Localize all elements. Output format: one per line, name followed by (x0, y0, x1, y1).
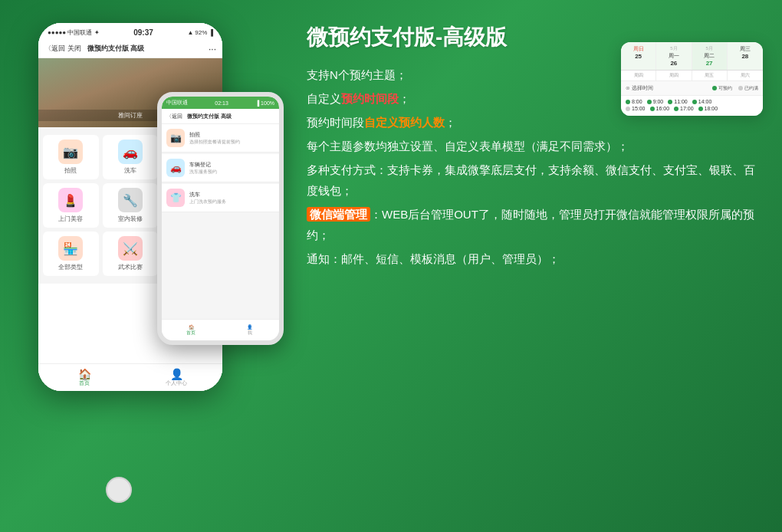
select-time-label: ⊙ 选择时间 (626, 84, 653, 92)
p2-car-icon: 🚗 (166, 159, 185, 177)
time-chip-800[interactable]: 8:00 (626, 99, 642, 104)
dot-1600 (650, 107, 655, 111)
grid-item-renovation[interactable]: 🔧 室内装修 (103, 183, 159, 228)
cal-col-sun: 周日 25 (621, 42, 656, 70)
dot-1100 (668, 100, 672, 104)
grid-item-carwash[interactable]: 🚗 洗车 (103, 135, 159, 179)
p2-home-icon: 🏠 (189, 324, 194, 330)
carrier-label: ●●●●● 中国联通 ✦ (48, 28, 100, 37)
p2-list-item-laundry[interactable]: 👕 洗车 上门洗衣预约服务 (162, 184, 279, 212)
time-chip-1700[interactable]: 17:00 (674, 106, 694, 111)
cal-col-mon: 5月 周一 26 (656, 42, 692, 70)
cal-dow-mon: 周四 (656, 71, 692, 80)
p2-tab-home[interactable]: 🏠 首页 (162, 320, 221, 340)
p2-item-sub-laundry: 上门洗衣预约服务 (189, 199, 226, 205)
p2-back-button[interactable]: 〈返回 (166, 113, 182, 120)
cal-select-row: ⊙ 选择时间 (626, 84, 653, 92)
time-row-2: 15:00 16:00 17:00 18:00 (626, 106, 758, 111)
highlight-capacity: 自定义预约人数 (364, 116, 445, 129)
phone-home-button[interactable] (106, 477, 132, 503)
cal-legend-row: 可预约 已约满 (712, 85, 758, 92)
cal-dow-sun: 周四 (621, 71, 656, 80)
grid-item-martial[interactable]: ⚔️ 武术比赛 (103, 232, 159, 276)
carwash-icon: 🚗 (118, 140, 143, 164)
page-container: ●●●●● 中国联通 ✦ 09:37 ▲ 92% ▐ 〈返回 关闭 微预约支付版… (0, 0, 782, 532)
p2-battery: ▐ 100% (255, 100, 274, 106)
time-chip-900[interactable]: 9:00 (647, 99, 664, 104)
phone-second: 中国联通 02:13 ▐ 100% 〈返回 微预约支付版 高级 📷 拍照 选择 (157, 92, 284, 345)
grid-item-photography[interactable]: 📷 拍照 (43, 135, 99, 179)
feature-line-6: 微信端管理：WEB后台管理OUT了，随时随地，管理员打开微信就能管理权限所属的预… (307, 204, 759, 245)
feature-line-5: 多种支付方式：支持卡券，集成微擎底层支付，支持余额、微信支付、支付宝、银联、百度… (307, 159, 759, 201)
legend-available: 可预约 (712, 85, 732, 92)
calendar-widget: 周日 25 5月 周一 26 5月 周二 27 周三 28 (621, 42, 763, 116)
features-list: 支持N个预约主题； 自定义预约时间段； 预约时间段自定义预约人数； 每个主题参数… (307, 64, 759, 517)
p2-item-sub-car: 洗车服务预约 (189, 169, 217, 176)
profile-icon: 👤 (170, 369, 183, 379)
time-chip-1100[interactable]: 11:00 (668, 99, 688, 104)
p2-photo-icon: 📷 (166, 129, 185, 147)
dot-1400 (692, 100, 697, 104)
cal-dow-wed: 周六 (728, 71, 763, 80)
available-dot (712, 86, 717, 90)
p2-tab-profile[interactable]: 👤 我 (221, 320, 280, 340)
content-area: 微预约支付版-高级版 支持N个预约主题； 自定义预约时间段； 预约时间段自定义预… (291, 0, 782, 532)
p2-item-title-photo: 拍照 (189, 131, 240, 139)
phone-area: ●●●●● 中国联通 ✦ 09:37 ▲ 92% ▐ 〈返回 关闭 微预约支付版… (0, 0, 291, 532)
renovation-icon: 🔧 (118, 188, 143, 212)
time-chip-1600[interactable]: 16:00 (650, 106, 670, 111)
wechat-highlight: 微信端管理 (307, 207, 370, 222)
time-chip-1800[interactable]: 18:00 (698, 106, 718, 111)
p2-tab-bar: 🏠 首页 👤 我 (162, 319, 279, 340)
all-icon: 🏪 (58, 236, 83, 261)
p2-time: 02:13 (215, 100, 228, 106)
p2-status-bar: 中国联通 02:13 ▐ 100% (162, 97, 279, 109)
dot-1800 (698, 107, 703, 111)
phone-status-bar: ●●●●● 中国联通 ✦ 09:37 ▲ 92% ▐ (38, 23, 222, 40)
time-chip-1500[interactable]: 15:00 (626, 106, 646, 111)
dot-1700 (674, 107, 678, 111)
p2-profile-icon: 👤 (247, 324, 252, 330)
p2-item-title-car: 车辆登记 (189, 161, 217, 169)
grid-item-beauty[interactable]: 💄 上门美容 (43, 183, 99, 228)
dot-800 (626, 100, 630, 104)
phone-nav-bar: 〈返回 关闭 微预约支付版 高级 ··· (38, 40, 222, 58)
back-button[interactable]: 〈返回 关闭 (44, 44, 81, 54)
time-chip-1400[interactable]: 14:00 (692, 99, 712, 104)
home-icon: 🏠 (78, 369, 91, 379)
p2-item-sub-photo: 选择拍照套餐请提前预约 (189, 139, 240, 146)
grid-item-all[interactable]: 🏪 全部类型 (43, 232, 99, 276)
p2-laundry-icon: 👕 (166, 189, 185, 207)
cal-time-slots: 8:00 9:00 11:00 14:00 (621, 96, 763, 116)
battery-label: ▲ 92% ▐ (187, 29, 213, 36)
beauty-icon: 💄 (58, 188, 83, 212)
p2-nav-title: 微预约支付版 高级 (187, 113, 232, 120)
more-options-button[interactable]: ··· (209, 44, 216, 54)
feature-line-4: 每个主题参数均独立设置、自定义表单模型（满足不同需求）； (307, 136, 759, 156)
photography-icon: 📷 (58, 140, 83, 164)
martial-icon: ⚔️ (118, 236, 143, 261)
cal-dow-tue: 周五 (692, 71, 728, 80)
dot-1500 (626, 107, 630, 111)
highlight-timeslot: 预约时间段 (341, 92, 399, 105)
tab-home[interactable]: 🏠 首页 (38, 364, 130, 391)
p2-list-item-car[interactable]: 🚗 车辆登记 洗车服务预约 (162, 154, 279, 182)
cal-col-wed: 周三 28 (728, 42, 763, 70)
feature-line-7: 通知：邮件、短信、模板消息（用户、管理员）； (307, 248, 759, 269)
legend-full: 已约满 (738, 85, 758, 92)
phone-tab-bar: 🏠 首页 👤 个人中心 (38, 363, 222, 391)
p2-list-item-photo[interactable]: 📷 拍照 选择拍照套餐请提前预约 (162, 124, 279, 153)
time-row-1: 8:00 9:00 11:00 14:00 (626, 99, 758, 104)
p2-carrier: 中国联通 (166, 99, 188, 107)
tab-profile[interactable]: 👤 个人中心 (130, 364, 222, 391)
dot-900 (647, 100, 652, 104)
nav-title: 微预约支付版 高级 (87, 44, 145, 54)
p2-item-title-laundry: 洗车 (189, 191, 226, 199)
p2-nav-bar: 〈返回 微预约支付版 高级 (162, 109, 279, 124)
time-label: 09:37 (133, 28, 153, 37)
p2-content-list: 📷 拍照 选择拍照套餐请提前预约 🚗 车辆登记 洗车服务预约 (162, 124, 279, 319)
full-dot (738, 86, 743, 90)
cal-col-tue: 5月 周二 27 (692, 42, 728, 70)
